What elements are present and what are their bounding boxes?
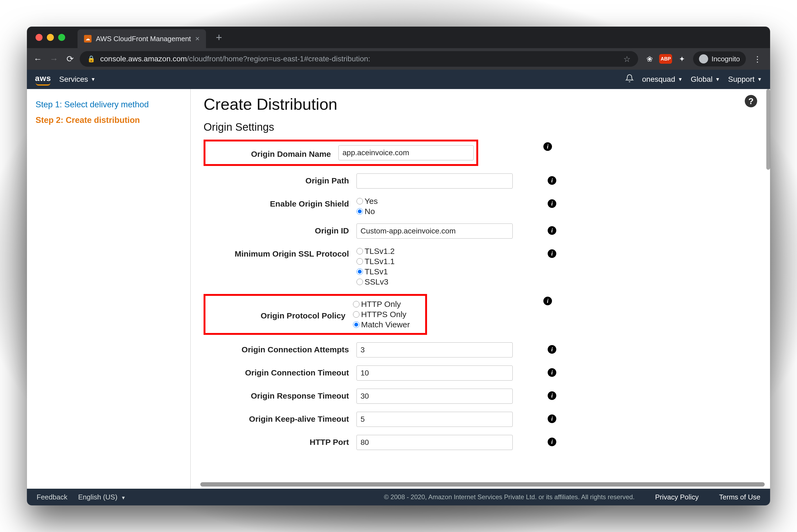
lock-icon: 🔒: [87, 55, 95, 63]
info-icon[interactable]: i: [548, 345, 556, 354]
info-icon[interactable]: i: [548, 199, 556, 208]
origin-shield-yes[interactable]: Yes: [357, 196, 513, 206]
http-port-label: HTTP Port: [203, 435, 349, 447]
traffic-lights: [32, 34, 65, 41]
info-icon[interactable]: i: [543, 297, 552, 305]
conn-attempts-label: Origin Connection Attempts: [203, 342, 349, 354]
language-label: English (US): [78, 493, 117, 501]
keepalive-timeout-input[interactable]: [357, 412, 513, 427]
services-menu[interactable]: Services ▼: [59, 75, 95, 84]
support-menu[interactable]: Support ▼: [728, 75, 762, 84]
info-icon[interactable]: i: [548, 391, 556, 400]
minimize-window-button[interactable]: [47, 34, 54, 41]
origin-protocol-policy-radios: HTTP Only HTTPS Only Match Viewer: [353, 300, 418, 329]
horizontal-scrollbar[interactable]: [200, 482, 765, 487]
ssl-sslv3[interactable]: SSLv3: [357, 277, 513, 286]
aws-console-footer: Feedback English (US) ▼ © 2008 - 2020, A…: [27, 489, 770, 506]
info-icon[interactable]: i: [543, 142, 552, 151]
close-window-button[interactable]: [36, 34, 42, 41]
reload-button[interactable]: ⟳: [64, 53, 76, 65]
ssl-tls11[interactable]: TLSv1.1: [357, 257, 513, 266]
terms-of-use-link[interactable]: Terms of Use: [719, 493, 760, 501]
account-menu[interactable]: onesquad ▼: [642, 75, 683, 84]
incognito-icon: [699, 54, 708, 63]
info-icon[interactable]: i: [548, 368, 556, 377]
min-ssl-label: Minimum Origin SSL Protocol: [203, 247, 349, 259]
ssl-tls1[interactable]: TLSv1: [357, 267, 513, 276]
tab-favicon-icon: ☁: [84, 35, 92, 42]
browser-titlebar: ☁ AWS CloudFront Management × +: [27, 26, 770, 48]
back-button[interactable]: ←: [31, 53, 44, 65]
caret-down-icon: ▼: [715, 77, 720, 82]
origin-domain-name-label: Origin Domain Name: [208, 147, 331, 159]
wizard-step-1[interactable]: Step 1: Select delivery method: [36, 100, 182, 110]
http-port-input[interactable]: [357, 435, 513, 450]
new-tab-button[interactable]: +: [216, 32, 222, 43]
language-selector[interactable]: English (US) ▼: [78, 493, 126, 501]
opp-match-viewer[interactable]: Match Viewer: [353, 320, 418, 329]
keepalive-timeout-label: Origin Keep-alive Timeout: [203, 412, 349, 424]
extension-icons: ❀ ABP ✦: [641, 54, 690, 64]
caret-down-icon: ▼: [678, 77, 683, 82]
conn-timeout-label: Origin Connection Timeout: [203, 365, 349, 377]
wizard-step-2[interactable]: Step 2: Create distribution: [36, 115, 182, 125]
aws-console-body: Step 1: Select delivery method Step 2: C…: [27, 89, 770, 489]
enable-origin-shield-radios: Yes No: [357, 196, 513, 216]
extension-icon[interactable]: ❀: [644, 54, 655, 64]
feedback-link[interactable]: Feedback: [37, 493, 67, 501]
incognito-indicator[interactable]: Incognito: [693, 51, 746, 66]
extensions-puzzle-icon[interactable]: ✦: [676, 54, 687, 64]
bookmark-star-icon[interactable]: ☆: [623, 54, 631, 64]
vertical-scrollbar[interactable]: [766, 89, 770, 170]
browser-toolbar: ← → ⟳ 🔒 console.aws.amazon.com/cloudfron…: [27, 48, 770, 70]
min-ssl-radios: TLSv1.2 TLSv1.1 TLSv1 SSLv3: [357, 247, 513, 286]
privacy-policy-link[interactable]: Privacy Policy: [655, 493, 699, 501]
info-icon[interactable]: i: [548, 415, 556, 423]
browser-window: ☁ AWS CloudFront Management × + ← → ⟳ 🔒 …: [27, 26, 770, 506]
help-icon[interactable]: ?: [745, 95, 757, 107]
notifications-bell-icon[interactable]: [625, 74, 634, 85]
origin-path-label: Origin Path: [203, 173, 349, 185]
caret-down-icon: ▼: [757, 77, 762, 82]
caret-down-icon: ▼: [121, 495, 126, 500]
resp-timeout-label: Origin Response Timeout: [203, 388, 349, 400]
resp-timeout-input[interactable]: [357, 388, 513, 404]
highlight-origin-protocol-policy: Origin Protocol Policy HTTP Only HTTPS O…: [203, 294, 427, 335]
tab-title: AWS CloudFront Management: [96, 35, 191, 43]
origin-protocol-policy-label: Origin Protocol Policy: [208, 308, 345, 320]
forward-button[interactable]: →: [48, 53, 60, 65]
aws-logo[interactable]: aws: [35, 74, 51, 85]
copyright-text: © 2008 - 2020, Amazon Internet Services …: [384, 493, 635, 501]
origin-domain-name-input[interactable]: [339, 145, 474, 160]
browser-menu-button[interactable]: ⋮: [749, 54, 766, 64]
conn-timeout-input[interactable]: [357, 365, 513, 381]
region-label: Global: [691, 75, 712, 84]
ssl-tls12[interactable]: TLSv1.2: [357, 247, 513, 256]
page-title: Create Distribution: [203, 95, 759, 114]
origin-path-input[interactable]: [357, 173, 513, 189]
info-icon[interactable]: i: [548, 176, 556, 185]
address-bar[interactable]: 🔒 console.aws.amazon.com/cloudfront/home…: [80, 51, 638, 67]
account-label: onesquad: [642, 75, 675, 84]
region-menu[interactable]: Global ▼: [691, 75, 720, 84]
origin-id-input[interactable]: [357, 224, 513, 239]
abp-extension-icon[interactable]: ABP: [659, 54, 672, 64]
conn-attempts-input[interactable]: [357, 342, 513, 358]
enable-origin-shield-label: Enable Origin Shield: [203, 196, 349, 208]
tab-close-icon[interactable]: ×: [195, 34, 200, 43]
incognito-label: Incognito: [711, 55, 740, 63]
opp-http-only[interactable]: HTTP Only: [353, 300, 418, 309]
maximize-window-button[interactable]: [58, 34, 65, 41]
info-icon[interactable]: i: [548, 226, 556, 235]
url-path: /cloudfront/home?region=us-east-1#create…: [187, 55, 370, 63]
section-title: Origin Settings: [203, 121, 759, 133]
info-icon[interactable]: i: [548, 249, 556, 258]
origin-id-label: Origin ID: [203, 224, 349, 235]
browser-tab[interactable]: ☁ AWS CloudFront Management ×: [77, 29, 206, 48]
origin-shield-no[interactable]: No: [357, 207, 513, 216]
highlight-origin-domain-name: Origin Domain Name: [203, 139, 478, 166]
services-label: Services: [59, 75, 88, 84]
info-icon[interactable]: i: [548, 438, 556, 446]
opp-https-only[interactable]: HTTPS Only: [353, 310, 418, 319]
aws-console-header: aws Services ▼ onesquad ▼ Global ▼ Suppo…: [27, 70, 770, 89]
